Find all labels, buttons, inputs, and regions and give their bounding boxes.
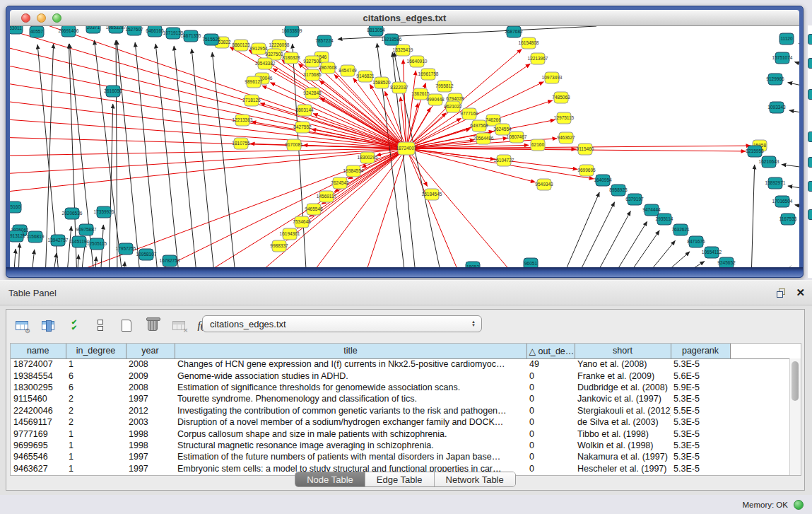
network-node[interactable]: 1093343 [767,102,786,113]
network-node[interactable]: 53011 [10,26,23,34]
column-header-short[interactable]: short [575,344,671,358]
network-edge[interactable] [212,52,236,272]
network-edge[interactable] [297,148,406,228]
delete-table-icon[interactable] [143,315,163,335]
network-window-titlebar[interactable]: citations_edges.txt [10,10,799,26]
network-node[interactable]: 62160 [531,139,545,151]
network-node[interactable]: 19218586 [382,34,402,45]
network-node[interactable]: 9621022 [444,101,462,112]
network-node[interactable]: 2687682 [505,26,523,37]
network-node[interactable]: 19384554 [343,165,364,177]
network-node[interactable]: 1156819 [27,231,45,243]
network-node[interactable]: 9699695 [577,165,596,176]
network-edge[interactable] [575,202,615,272]
network-edge[interactable] [145,148,406,272]
network-node[interactable]: 8186328 [282,52,300,64]
network-canvas[interactable]: 1872400774638228860123891295412226058932… [10,26,799,272]
network-edge[interactable] [66,226,71,272]
column-visibility-icon[interactable] [38,315,58,335]
table-row[interactable]: 1830029562008Estimation of significance … [11,382,791,393]
table-scrollbar-thumb[interactable] [792,361,799,401]
network-node[interactable]: 8471676 [687,236,705,247]
network-node[interactable]: 9777169 [460,108,478,119]
network-node[interactable]: 10654112 [702,247,722,258]
network-node[interactable]: 16961758 [418,69,439,80]
tab-network-table[interactable]: Network Table [434,472,515,486]
minimize-button[interactable] [37,13,46,23]
network-node[interactable]: 9115460 [577,144,594,155]
network-node[interactable]: 13942757 [48,235,69,246]
column-header-title[interactable]: title [175,344,526,358]
network-node[interactable]: 10653287 [106,26,126,33]
network-edge[interactable] [794,62,799,65]
network-node[interactable]: 15892971 [765,177,786,189]
table-row[interactable]: 1938455462009Genome-wide association stu… [11,370,791,381]
network-node[interactable]: 16210643 [759,156,779,168]
network-node[interactable]: 1588520 [372,77,391,88]
network-edge[interactable] [611,221,647,272]
network-edge[interactable] [593,211,630,272]
network-node[interactable]: 17957255 [116,243,136,255]
network-node[interactable]: 9463627 [557,132,575,144]
network-node[interactable]: 12975115 [554,112,575,124]
network-edge[interactable] [262,86,406,148]
network-node[interactable]: 90975887 [76,224,97,235]
network-node[interactable]: 16033809 [282,26,302,37]
network-edge[interactable] [788,186,799,189]
network-node[interactable]: 8958923 [609,185,628,196]
table-row[interactable]: 1872400712008Changes of HCN gene express… [11,358,791,370]
network-edge[interactable] [406,148,513,272]
memory-status-indicator[interactable] [794,500,804,510]
network-node[interactable]: 3175685 [303,69,322,81]
network-edge[interactable] [135,42,158,272]
network-node[interactable]: 16154808 [519,37,539,49]
network-node[interactable]: 40557 [30,26,44,37]
network-edge[interactable] [174,46,197,272]
network-node[interactable]: 9988337 [270,240,288,252]
network-node[interactable]: 1640954 [594,175,612,186]
network-node[interactable]: 9242848 [303,88,322,99]
network-graph[interactable]: 1872400774638228860123891295412226058932… [10,26,799,272]
network-node[interactable]: 2867608 [319,62,337,74]
network-node[interactable]: 10958107 [136,249,157,260]
network-node[interactable]: 10807467 [507,132,527,143]
network-node[interactable]: 8427552 [293,122,312,133]
network-node[interactable]: 17359926 [94,206,114,218]
network-node[interactable]: 7515526 [202,34,220,45]
network-node[interactable]: 18724007 [396,142,417,155]
network-edge[interactable] [788,83,799,86]
network-node[interactable]: 11120 [779,33,794,45]
network-node[interactable]: 16640910 [407,56,428,67]
network-node[interactable]: 7632621 [671,224,690,235]
network-edge[interactable] [561,192,599,272]
close-button[interactable] [21,13,30,23]
network-node[interactable]: 1527607 [125,26,143,35]
tab-edge-table[interactable]: Edge Table [365,472,434,486]
network-node[interactable]: 14671355 [181,30,201,42]
network-node[interactable]: 9146821 [356,71,375,82]
network-node[interactable]: 9170081 [285,139,303,151]
column-header-pagerank[interactable]: pagerank [671,344,730,358]
network-node[interactable]: 8860123 [232,40,250,51]
network-node[interactable]: 7485063 [552,92,570,103]
network-edge[interactable] [117,40,141,272]
network-edge[interactable] [366,148,406,272]
network-node[interactable]: 14569117 [317,191,337,202]
network-edge[interactable] [782,165,799,168]
network-edge[interactable] [799,43,799,46]
network-node[interactable]: 20206536 [62,208,83,219]
tab-node-table[interactable]: Node Table [295,472,365,486]
network-node[interactable]: 1810755 [232,138,250,149]
network-edge[interactable] [406,148,459,272]
network-node[interactable]: 1167533 [779,214,797,225]
network-node[interactable]: 2803144 [295,105,314,116]
network-node[interactable]: 17016504 [772,196,793,207]
network-edge[interactable] [751,165,755,272]
network-edge[interactable] [406,148,535,182]
network-edge[interactable] [789,110,799,113]
float-panel-icon[interactable] [777,288,786,298]
network-node[interactable]: 15184545 [422,189,442,200]
network-node[interactable]: 2616050 [104,86,122,97]
column-header-in_degree[interactable]: in_degree [66,344,126,358]
network-node[interactable]: 12213967 [528,53,548,64]
